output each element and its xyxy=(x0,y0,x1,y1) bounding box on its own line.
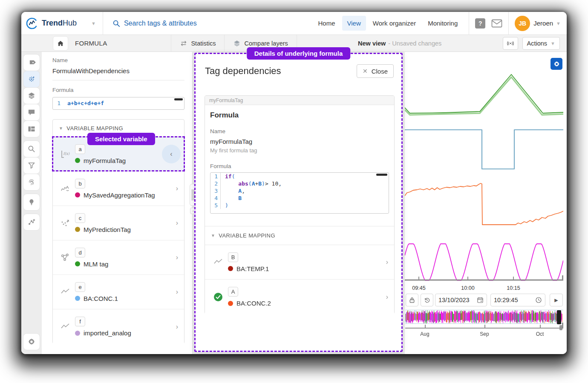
collapse-detail-button[interactable]: ‹ xyxy=(162,145,181,163)
tag-name: MLM tag xyxy=(84,260,108,268)
dependency-formula-editor[interactable]: 1if(2 abs(A+B)> 10,3 A,4 B5) xyxy=(210,172,389,214)
overview-axis-endcap xyxy=(562,323,563,328)
tag-icon xyxy=(27,58,36,67)
date-field[interactable]: 13/10/2023 xyxy=(435,294,487,306)
scrubber-handle[interactable] xyxy=(557,310,561,324)
tag-name-value: myFormulaTag xyxy=(210,138,252,145)
close-icon: ✕ xyxy=(363,68,368,74)
check-icon xyxy=(213,292,224,303)
variable-row[interactable]: d MLM tag › xyxy=(53,240,184,275)
sidebar-item-relations[interactable] xyxy=(23,214,40,231)
lock-timerange-button[interactable] xyxy=(406,294,418,306)
sidebar-item-settings[interactable] xyxy=(23,333,40,350)
chart-settings-button[interactable] xyxy=(551,58,562,70)
brand[interactable]: TrendHub ▼ xyxy=(26,17,96,30)
broadcast-button[interactable] xyxy=(503,37,518,50)
variable-row[interactable]: b MySavedAggregationTag › xyxy=(53,171,184,206)
sidebar-item-suggestions[interactable] xyxy=(23,194,40,211)
overview-month-label: Sep xyxy=(474,331,495,337)
dependency-variable-list: B BA:TEMP.1 › A BA:CONC.2 › xyxy=(205,245,394,314)
top-navbar: TrendHub ▼ Search tags & attributes Home… xyxy=(21,12,567,35)
history-button[interactable] xyxy=(421,294,433,306)
variable-letter-badge: a xyxy=(75,144,85,154)
variable-letter-badge: c xyxy=(75,213,85,223)
scrollbar-thumb[interactable] xyxy=(174,98,183,100)
name-label: Name xyxy=(210,128,225,134)
chevron-right-icon[interactable]: › xyxy=(386,293,388,301)
trend-chart[interactable] xyxy=(405,60,563,281)
tag-name: BA:TEMP.1 xyxy=(236,265,269,272)
variable-row[interactable]: e BA:CONC.1 › xyxy=(53,275,184,309)
user-caret-icon: ▼ xyxy=(556,21,561,26)
variable-letter-badge: A xyxy=(228,287,238,297)
tag-color-dot xyxy=(75,158,80,163)
home-icon xyxy=(57,40,64,47)
nav-link-monitoring[interactable]: Monitoring xyxy=(423,16,463,31)
overview-tick xyxy=(484,325,485,328)
app-window: TrendHub ▼ Search tags & attributes Home… xyxy=(21,12,567,354)
sidebar-item-layers[interactable] xyxy=(23,87,40,104)
step-forward-button[interactable]: ▶ xyxy=(550,294,563,306)
x-tick-label: 09:45 xyxy=(406,285,432,291)
variable-letter-badge: f xyxy=(75,317,85,326)
tag-name: MyPredictionTag xyxy=(84,226,131,233)
date-value: 13/10/2023 xyxy=(438,297,470,303)
formula-label: Formula xyxy=(210,163,231,169)
brand-caret-icon[interactable]: ▼ xyxy=(91,21,96,26)
name-label: Name xyxy=(52,57,68,63)
chevron-right-icon[interactable]: › xyxy=(176,185,178,192)
trend-icon xyxy=(60,286,71,297)
annotation-selected-variable: Selected variable xyxy=(87,133,155,145)
sidebar-item-tags[interactable] xyxy=(23,54,40,71)
svg-text:f(x): f(x) xyxy=(63,151,70,156)
variable-mapping-header[interactable]: ▼ VARIABLE MAPPING xyxy=(205,226,394,245)
modal-title: Tag dependencies xyxy=(205,66,281,77)
chevron-right-icon[interactable]: › xyxy=(176,288,178,296)
variable-row[interactable]: A BA:CONC.2 › xyxy=(205,280,394,314)
time-field[interactable]: 10:29:45 xyxy=(490,294,545,306)
sidebar-item-search[interactable] xyxy=(23,140,40,157)
statistics-button[interactable]: Statistics xyxy=(171,35,224,51)
prediction-icon xyxy=(60,217,71,229)
trendhub-logo-icon xyxy=(26,17,38,30)
chevron-right-icon[interactable]: › xyxy=(176,219,178,227)
chevron-right-icon[interactable]: › xyxy=(176,254,178,261)
variable-row[interactable]: B BA:TEMP.1 › xyxy=(205,245,394,280)
sidebar-item-comments[interactable] xyxy=(23,104,40,121)
close-button[interactable]: ✕ Close xyxy=(357,64,394,78)
tag-color-dot xyxy=(75,261,80,266)
user-menu[interactable]: JB Jeroen ▼ xyxy=(515,16,561,31)
help-icon[interactable]: ? xyxy=(475,18,485,29)
overview-month-label: Aug xyxy=(414,331,435,337)
icon-sidebar xyxy=(21,52,42,354)
chevron-right-icon[interactable]: › xyxy=(176,323,178,331)
formula-label: Formula xyxy=(52,87,74,93)
overview-noise xyxy=(405,310,562,323)
overview-scrubber[interactable] xyxy=(405,310,563,324)
tag-name: BA:CONC.2 xyxy=(236,300,271,307)
formula-editor[interactable]: 1a+b+c+d+e+f xyxy=(52,97,184,110)
sidebar-item-fingerprint[interactable] xyxy=(23,174,40,191)
overview-month-label: Oct xyxy=(529,331,551,337)
nav-link-home[interactable]: Home xyxy=(313,16,340,31)
mail-icon[interactable] xyxy=(491,19,502,28)
chevron-right-icon[interactable]: › xyxy=(386,258,388,266)
variable-row[interactable]: c MyPredictionTag › xyxy=(53,206,184,240)
aggregation-icon xyxy=(60,183,71,194)
sidebar-item-filter[interactable] xyxy=(23,157,40,174)
mlm-icon xyxy=(60,252,71,263)
home-button[interactable] xyxy=(53,36,68,51)
divider xyxy=(469,12,469,35)
brand-name: TrendHub xyxy=(42,19,77,28)
sidebar-item-dashboards[interactable] xyxy=(23,120,40,137)
variable-row[interactable]: f imported_analog › xyxy=(53,309,184,344)
scrollbar-thumb[interactable] xyxy=(376,174,387,176)
nav-link-work-organizer[interactable]: Work organizer xyxy=(368,16,421,31)
nav-link-view[interactable]: View xyxy=(342,16,366,31)
actions-button[interactable]: Actions ▼ xyxy=(522,37,560,50)
global-search[interactable]: Search tags & attributes xyxy=(112,20,197,27)
tag-name: BA:CONC.1 xyxy=(84,295,118,302)
sidebar-item-formulas[interactable] xyxy=(23,71,40,88)
divider xyxy=(508,12,509,35)
group-header: myFormulaTag xyxy=(205,96,394,105)
